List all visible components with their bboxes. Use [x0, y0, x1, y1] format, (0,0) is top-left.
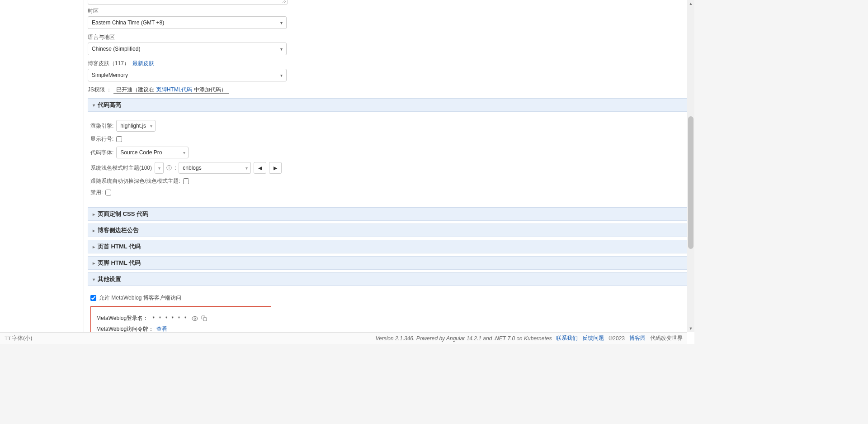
section-sidebar-title: 博客侧边栏公告: [98, 226, 139, 234]
section-code-highlight-title: 代码高亮: [98, 101, 121, 109]
chevron-down-icon: ▾: [93, 103, 95, 108]
render-engine-label: 渲染引擎:: [90, 122, 113, 130]
mw-login-value: ＊＊＊＊＊＊: [151, 314, 189, 322]
language-select[interactable]: Chinese (Simplified): [88, 43, 287, 55]
code-font-select[interactable]: Source Code Pro: [116, 147, 189, 158]
chevron-down-icon: ▾: [93, 277, 95, 282]
textarea-resize-handle[interactable]: [88, 0, 288, 5]
svg-point-0: [194, 318, 196, 319]
site-link[interactable]: 博客园: [629, 334, 646, 342]
scroll-up-arrow[interactable]: ▲: [687, 0, 694, 7]
skin-value: SimpleMemory: [92, 72, 128, 78]
copyright-text: ©2023: [609, 335, 625, 342]
light-theme-select[interactable]: cnblogs: [179, 162, 251, 174]
footer-html-link[interactable]: 页脚HTML代码: [156, 86, 193, 93]
section-css[interactable]: ▸ 页面定制 CSS 代码: [88, 207, 691, 221]
chevron-right-icon: ▸: [93, 244, 95, 249]
feedback-link[interactable]: 反馈问题: [582, 334, 604, 342]
left-sidebar: [0, 0, 84, 344]
scrollbar-thumb[interactable]: [688, 116, 693, 249]
linenum-label: 显示行号:: [90, 135, 113, 143]
section-header-html[interactable]: ▸ 页首 HTML 代码: [88, 240, 691, 253]
timezone-select[interactable]: Eastern China Time (GMT +8): [88, 16, 287, 29]
theme-prev-button[interactable]: ◀: [254, 162, 266, 174]
skin-select[interactable]: SimpleMemory: [88, 69, 287, 81]
slogan-text: 代码改变世界: [650, 334, 683, 342]
font-size-indicator[interactable]: ᴛᴛ 字体(小): [5, 334, 32, 342]
copy-icon[interactable]: [201, 315, 207, 322]
theme-dropdown-icon[interactable]: [155, 162, 164, 174]
svg-rect-1: [203, 318, 207, 321]
disable-checkbox[interactable]: [105, 190, 111, 195]
language-label: 语言与地区: [88, 33, 691, 41]
version-text: Version 2.1.346. Powered by Angular 14.2…: [375, 335, 552, 342]
linenum-checkbox[interactable]: [116, 136, 122, 142]
section-css-title: 页面定制 CSS 代码: [98, 210, 148, 218]
footer-bar: ᴛᴛ 字体(小) Version 2.1.346. Powered by Ang…: [0, 332, 687, 344]
render-engine-select[interactable]: highlight.js: [116, 120, 156, 132]
main-panel: 时区 Eastern China Time (GMT +8) 语言与地区 Chi…: [84, 0, 694, 344]
js-perm-status: 已开通（建议在 页脚HTML代码 中添加代码）: [113, 86, 230, 94]
chevron-right-icon: ▸: [93, 261, 95, 266]
auto-switch-label: 跟随系统自动切换深色/浅色模式主题:: [90, 177, 180, 185]
section-other-title: 其他设置: [98, 275, 121, 283]
mw-login-label: MetaWeblog登录名：: [96, 314, 148, 322]
timezone-value: Eastern China Time (GMT +8): [92, 19, 164, 26]
eye-icon[interactable]: [192, 315, 198, 322]
disable-label: 禁用:: [90, 189, 103, 196]
auto-switch-checkbox[interactable]: [183, 178, 189, 184]
contact-link[interactable]: 联系我们: [556, 334, 578, 342]
allow-metaweblog-label: 允许 MetaWeblog 博客客户端访问: [99, 294, 181, 302]
code-font-label: 代码字体:: [90, 149, 113, 157]
vertical-scrollbar[interactable]: ▲ ▼: [687, 0, 694, 332]
section-sidebar-notice[interactable]: ▸ 博客侧边栏公告: [88, 224, 691, 237]
section-code-highlight[interactable]: ▾ 代码高亮: [88, 98, 691, 112]
latest-skin-link[interactable]: 最新皮肤: [132, 60, 154, 67]
chevron-right-icon: ▸: [93, 228, 95, 233]
timezone-label: 时区: [88, 7, 691, 15]
section-footer-html[interactable]: ▸ 页脚 HTML 代码: [88, 256, 691, 270]
language-value: Chinese (Simplified): [92, 46, 140, 52]
js-perm-label: JS权限 ：: [88, 86, 112, 93]
skin-label: 博客皮肤（117） 最新皮肤: [88, 60, 691, 67]
help-icon[interactable]: ⓘ: [166, 164, 172, 172]
section-header-html-title: 页首 HTML 代码: [98, 243, 141, 251]
scroll-down-arrow[interactable]: ▼: [687, 325, 694, 332]
theme-next-button[interactable]: ▶: [269, 162, 282, 174]
light-theme-label: 系统浅色模式时主题(100): [90, 164, 152, 172]
section-other[interactable]: ▾ 其他设置: [88, 272, 691, 286]
chevron-right-icon: ▸: [93, 212, 95, 217]
allow-metaweblog-checkbox[interactable]: [90, 295, 96, 301]
section-footer-html-title: 页脚 HTML 代码: [98, 259, 141, 267]
